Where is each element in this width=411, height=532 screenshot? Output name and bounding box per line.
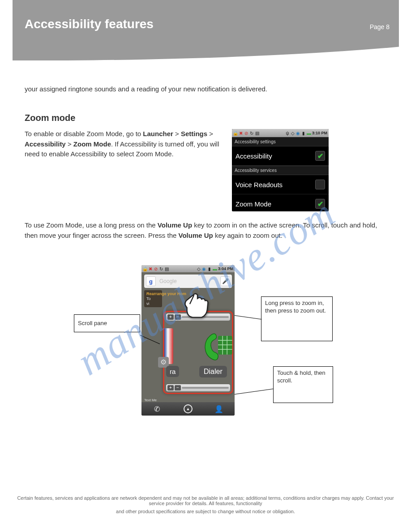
path-accessibility: Accessibility [25, 140, 66, 148]
page: Accessibility features Page 8 your assig… [0, 0, 411, 532]
dialer-label: Dialer [199, 366, 227, 378]
leader-line-tr [235, 315, 262, 319]
path-settings: Settings [181, 130, 207, 137]
usage-t3: key again to zoom out. [213, 232, 283, 239]
nav-launcher-icon[interactable] [183, 404, 193, 414]
nav-bar: ✆ 👤 [141, 402, 235, 416]
phone-status-time: 3:04 PM [218, 266, 233, 271]
alert-icon: ◇ [197, 266, 201, 271]
checkbox-voice-readouts[interactable] [315, 180, 325, 189]
pointing-hand-icon [180, 290, 215, 322]
no-icon: ⊘ [244, 131, 248, 135]
zoom-enable-paragraph: To enable or disable Zoom Mode, go to La… [25, 129, 222, 159]
tip-line1: To [146, 296, 160, 301]
signal-icon: ▮ [301, 131, 306, 135]
signal-icon: ▮ [207, 266, 212, 271]
path-launcher: Launcher [143, 130, 173, 137]
partial-label-ra: ra [166, 366, 179, 377]
tip-banner: Rearrange your Hom To vi [144, 290, 162, 307]
leader-line-br [235, 389, 274, 395]
battery-icon: ▬ [213, 266, 217, 271]
callout-long-press: Long press to zoom in, then press to zoo… [261, 296, 333, 341]
zoom-usage-paragraph: To use Zoom Mode, use a long press on th… [25, 220, 392, 240]
alert-icon: ◇ [291, 131, 295, 135]
zoom-mode-heading: Zoom mode [25, 113, 75, 123]
section-accessibility-settings: Accessibility settings [232, 137, 329, 146]
lock-icon: 🔒 [143, 266, 147, 271]
zoom-pane[interactable]: + − ⚙ ra Dialer + − [163, 311, 233, 394]
tip-line2: vi [146, 301, 160, 306]
checkbox-accessibility[interactable] [315, 151, 325, 161]
zoom-enable-text: To enable or disable Zoom Mode, go to [25, 130, 143, 137]
path-zoom-mode: Zoom Mode [73, 140, 111, 148]
lock-icon: 🔒 [233, 131, 238, 135]
wifi-icon: ◉ [296, 131, 300, 135]
key-volup-2: Volume Up [179, 232, 213, 239]
footer-line-1: Certain features, services and applicati… [13, 495, 398, 506]
header-title: Accessibility features [25, 17, 154, 31]
missed-call-icon: ✖ [239, 131, 243, 135]
settings-screenshot: 🔒 ✖ ⊘ ↻ ▤ ψ ◇ ◉ ▮ ▬ 3:10 PM Accessibilit… [232, 129, 329, 211]
wifi-icon: ◉ [202, 266, 206, 271]
nav-phone-icon[interactable]: ✆ [152, 404, 162, 414]
nav-contacts-icon[interactable]: 👤 [214, 404, 224, 414]
row-accessibility-label: Accessibility [235, 152, 272, 160]
intro-paragraph: your assigned ringtone sounds and a read… [25, 84, 392, 94]
google-icon: g [146, 276, 156, 286]
usb-icon: ψ [285, 131, 290, 135]
no-icon: ⊘ [154, 266, 158, 271]
zoom-plus-button-2[interactable]: + [167, 385, 174, 390]
search-placeholder: Google [158, 278, 220, 284]
row-voice-readouts-label: Voice Readouts [235, 181, 283, 189]
calendar-icon: ▤ [164, 266, 169, 271]
status-time: 3:10 PM [312, 131, 327, 135]
row-accessibility[interactable]: Accessibility [232, 146, 329, 166]
phone-status-bar: 🔒 ✖ ⊘ ↻ ▤ ◇ ◉ ▮ ▬ 3:04 PM [141, 265, 235, 272]
row-zoom-mode[interactable]: Zoom Mode [232, 194, 329, 211]
google-search-bar[interactable]: g Google 🎤 [144, 275, 232, 288]
callout-touch-hold: Touch & hold, then scroll. [273, 366, 333, 403]
row-voice-readouts[interactable]: Voice Readouts [232, 175, 329, 194]
sync-icon: ↻ [159, 266, 163, 271]
usage-t1: To use Zoom Mode, use a long press on th… [25, 221, 158, 229]
calendar-icon: ▤ [255, 131, 259, 135]
zoom-minus-button-2[interactable]: − [175, 385, 181, 390]
mic-icon[interactable]: 🎤 [220, 276, 230, 286]
sync-icon: ↻ [249, 131, 254, 135]
dialer-app-icon[interactable] [202, 330, 234, 362]
battery-icon: ▬ [307, 131, 311, 135]
callout-scroll-pane: Scroll pane [74, 314, 140, 332]
missed-call-icon: ✖ [148, 266, 153, 271]
zoom-bottom-scrollbar[interactable]: + − [166, 384, 230, 391]
section-accessibility-services: Accessibility services [232, 166, 329, 175]
phone-screenshot: 🔒 ✖ ⊘ ↻ ▤ ◇ ◉ ▮ ▬ 3:04 PM g Google 🎤 Rea… [141, 265, 235, 416]
key-volup-1: Volume Up [158, 221, 192, 229]
header-page-number: Page 8 [370, 23, 390, 30]
zoom-bottom-track[interactable] [182, 387, 229, 389]
footer-line-2: and other product specifications are sub… [13, 509, 398, 514]
zoom-plus-button[interactable]: + [167, 314, 174, 320]
header-curve [13, 43, 399, 74]
row-zoom-mode-label: Zoom Mode [235, 200, 271, 208]
bottom-text-label: Text Me [144, 398, 157, 402]
checkbox-zoom-mode[interactable] [315, 199, 325, 209]
tip-title: Rearrange your Hom [146, 292, 160, 296]
status-bar: 🔒 ✖ ⊘ ↻ ▤ ψ ◇ ◉ ▮ ▬ 3:10 PM [232, 129, 329, 137]
